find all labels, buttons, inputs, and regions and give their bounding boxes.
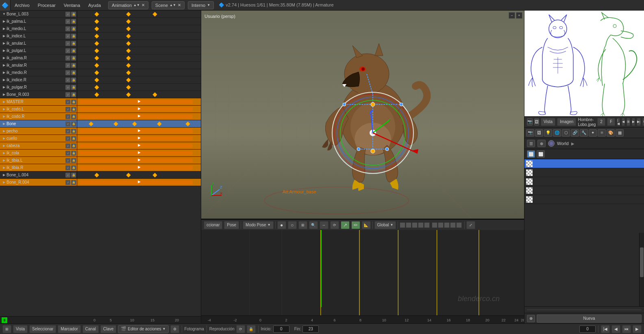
layer-4[interactable]	[418, 222, 424, 228]
track-row[interactable]: ▶cuello♪🔒▶	[0, 135, 201, 142]
menu-ayuda[interactable]: Ayuda	[84, 0, 105, 11]
track-channel-area[interactable]	[77, 120, 201, 128]
viewport-tool4[interactable]: ⟳	[330, 221, 339, 229]
track-expand-icon[interactable]: ▶	[2, 63, 7, 68]
track-expand-icon[interactable]: ▶	[2, 136, 7, 141]
track-row[interactable]: ▶ik_pulgar.R♪🔒	[0, 84, 201, 91]
track-speaker-icon[interactable]: ♪	[65, 19, 70, 24]
track-speaker-icon[interactable]: ♪	[65, 121, 70, 126]
track-channel-area[interactable]: ▶	[77, 135, 201, 142]
clave-btn[interactable]: Clave	[100, 325, 117, 333]
canal-btn[interactable]: Canal	[83, 325, 99, 333]
track-row[interactable]: ▶Bone_R.003♪🔒	[0, 91, 201, 98]
track-channel-area[interactable]: ▶	[77, 106, 201, 113]
viewport-tool6[interactable]: ✏	[351, 221, 360, 229]
track-expand-icon[interactable]: ▼	[2, 12, 7, 17]
track-lock-icon[interactable]: 🔒	[71, 107, 76, 112]
props-tab-icon-2[interactable]: 🖼	[534, 118, 539, 126]
track-row[interactable]: ▶pecho♪🔒▶	[0, 128, 201, 135]
track-row[interactable]: ▶ik_codo.L♪🔒▶	[0, 106, 201, 113]
track-speaker-icon[interactable]: ♪	[65, 107, 70, 112]
tool-physics[interactable]: ⚛	[598, 129, 606, 137]
tool-modifier[interactable]: 🔧	[580, 129, 588, 137]
track-lock-icon[interactable]: 🔒	[71, 19, 76, 24]
track-speaker-icon[interactable]: ♪	[65, 12, 70, 17]
menu-archivo[interactable]: Archivo	[11, 0, 34, 11]
track-lock-icon[interactable]: 🔒	[71, 165, 76, 170]
track-expand-icon[interactable]: ▶	[2, 70, 7, 75]
track-expand-icon[interactable]: ▶	[2, 92, 7, 97]
props-tab-icon-1[interactable]: 📷	[527, 118, 533, 126]
global-btn[interactable]: Global ▼	[374, 221, 396, 229]
timeline-icon[interactable]: ⚙	[170, 325, 179, 333]
track-lock-icon[interactable]: 🔒	[71, 12, 76, 17]
viewport-3d[interactable]: Usuario (persp)	[201, 11, 524, 219]
dopesheet-editor[interactable]: blenderco.cn -4 -2 0 2 4 6 8 10 12 14 16…	[201, 230, 524, 323]
track-row[interactable]: ▶ik_indice.L♪🔒	[0, 33, 201, 40]
flag-btn[interactable]: F	[607, 118, 615, 126]
viewport-plus-btn[interactable]: +	[516, 12, 522, 19]
track-channel-area[interactable]: ▶	[77, 164, 201, 171]
track-row[interactable]: ▶Bone_R.004♪🔒▶	[0, 179, 201, 186]
tool-cam[interactable]: 📷	[526, 129, 534, 137]
material-row[interactable]	[524, 177, 644, 186]
layer-7[interactable]	[438, 222, 444, 228]
track-speaker-icon[interactable]: ♪	[65, 143, 70, 148]
track-row[interactable]: ▶MASTER♪🔒▶	[0, 98, 201, 106]
editor-type-selector[interactable]: 🎬 Editor de acciones ▼	[118, 325, 168, 333]
track-speaker-icon[interactable]: ♪	[65, 56, 70, 61]
track-lock-icon[interactable]: 🔒	[71, 121, 76, 126]
track-row[interactable]: ▶ik_anular.L♪🔒	[0, 40, 201, 47]
layer-10[interactable]	[456, 222, 462, 228]
track-lock-icon[interactable]: 🔒	[71, 151, 76, 156]
menu-ventana[interactable]: Ventana	[60, 0, 84, 11]
track-row[interactable]: ▶ik_palma.L♪🔒	[0, 18, 201, 25]
add-material-icon[interactable]: ⊕	[527, 315, 535, 322]
scene-close-icon[interactable]: ✕	[178, 3, 181, 7]
tool-constraint[interactable]: 🔗	[571, 129, 579, 137]
layer-1[interactable]	[400, 222, 405, 228]
track-channel-area[interactable]	[77, 84, 201, 91]
track-expand-icon[interactable]: ▶	[2, 26, 7, 31]
material-row[interactable]	[524, 186, 644, 195]
tool-material[interactable]: 🎨	[607, 129, 615, 137]
track-expand-icon[interactable]: ▶	[2, 100, 7, 104]
material-row[interactable]	[524, 168, 644, 177]
track-row[interactable]: ▼Bone_L.003♪🔒	[0, 11, 201, 18]
seleccionar-bottom-btn[interactable]: Seleccionar	[29, 325, 56, 333]
track-expand-icon[interactable]: ▶	[2, 56, 7, 61]
props-vista-btn[interactable]: Vista	[541, 118, 555, 126]
track-lock-icon[interactable]: 🔒	[71, 41, 76, 46]
material-scrollbar[interactable]	[639, 233, 644, 306]
track-row[interactable]: ▶Bone♪🔒	[0, 120, 201, 128]
track-channel-area[interactable]	[77, 33, 201, 40]
pose-btn[interactable]: Pose	[224, 221, 239, 229]
jump-start-btn[interactable]: |◀	[601, 325, 610, 333]
prev-key-btn[interactable]: ⏮	[622, 325, 631, 333]
track-expand-icon[interactable]: ▶	[2, 34, 7, 39]
nav-1[interactable]: |◀	[617, 118, 620, 126]
viewport-tool3[interactable]: ↔	[320, 221, 329, 229]
tool-lamp[interactable]: 💡	[544, 129, 552, 137]
track-row[interactable]: ▶Bone_L.004♪🔒	[0, 171, 201, 179]
viewport-maximize[interactable]: ⤢	[466, 221, 475, 229]
track-channel-area[interactable]: ▶	[77, 128, 201, 135]
track-speaker-icon[interactable]: ♪	[65, 70, 70, 75]
track-speaker-icon[interactable]: ♪	[65, 165, 70, 170]
tool-obj[interactable]: ⬡	[562, 129, 570, 137]
track-channel-area[interactable]: ▶	[77, 142, 201, 150]
tool-render[interactable]: 🖼	[535, 129, 543, 137]
render-engine-dropdown[interactable]: Interno ▼	[188, 1, 214, 9]
workspace-selector[interactable]: Animation ▲▼ ✕	[108, 1, 148, 9]
track-speaker-icon[interactable]: ♪	[65, 151, 70, 156]
workspace-close-icon[interactable]: ✕	[141, 3, 145, 7]
material-scrollbar-thumb[interactable]	[640, 247, 644, 277]
track-channel-area[interactable]: ▶	[77, 150, 201, 157]
close-panel-btn[interactable]: ✕	[642, 118, 644, 126]
track-speaker-icon[interactable]: ♪	[65, 180, 70, 185]
viewport-minus-btn[interactable]: −	[509, 12, 515, 19]
tool-texture[interactable]: ▦	[616, 129, 624, 137]
track-lock-icon[interactable]: 🔒	[71, 143, 76, 148]
layer-8[interactable]	[444, 222, 450, 228]
world-section-icon2[interactable]: ⊕	[537, 140, 546, 147]
